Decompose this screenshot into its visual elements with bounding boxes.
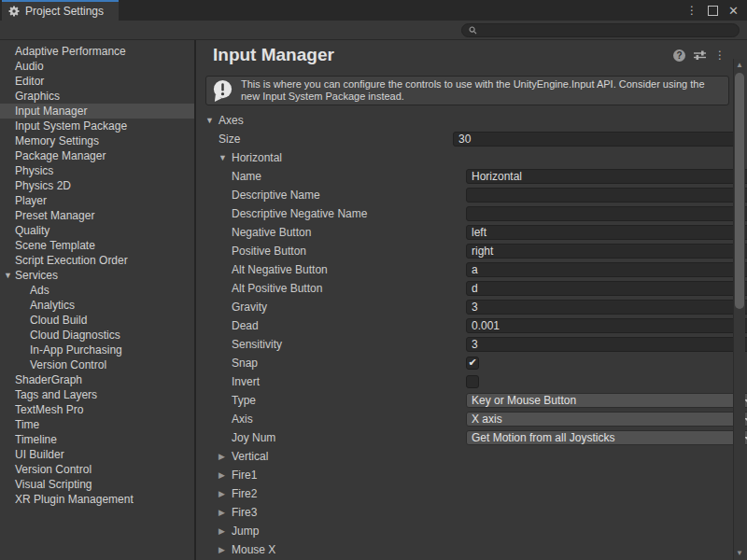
row-label: Descriptive Negative Name — [205, 207, 466, 220]
sidebar-item-package-manager[interactable]: Package Manager — [0, 148, 194, 163]
joy-num-dropdown[interactable]: Get Motion from all Joysticks — [466, 430, 747, 445]
info-bubble-icon — [212, 79, 233, 103]
search-box[interactable] — [461, 23, 740, 37]
sidebar-item-analytics[interactable]: Analytics — [0, 298, 194, 313]
sidebar-item-visual-scripting[interactable]: Visual Scripting — [0, 477, 194, 492]
field-label: Positive Button — [232, 245, 306, 258]
settings-row-vertical: ▶Vertical — [196, 447, 733, 466]
sensitivity-input[interactable] — [466, 337, 747, 352]
field-label[interactable]: Mouse X — [232, 543, 275, 556]
foldout-closed-icon[interactable]: ▶ — [218, 452, 232, 461]
sidebar-item-label: Analytics — [30, 299, 75, 312]
sidebar-item-services[interactable]: ▼Services — [0, 268, 194, 283]
sidebar-item-input-manager[interactable]: Input Manager — [0, 104, 194, 119]
field-label[interactable]: Fire3 — [232, 506, 257, 519]
descriptive-negative-name-input[interactable] — [466, 206, 747, 221]
sidebar-item-adaptive-performance[interactable]: Adaptive Performance — [0, 44, 194, 59]
sidebar-item-label: Ads — [30, 284, 49, 297]
sidebar-item-textmesh-pro[interactable]: TextMesh Pro — [0, 402, 194, 417]
sidebar-item-graphics[interactable]: Graphics — [0, 89, 194, 104]
sidebar-item-ui-builder[interactable]: UI Builder — [0, 447, 194, 462]
sidebar-item-preset-manager[interactable]: Preset Manager — [0, 208, 194, 223]
alt-positive-button-input[interactable] — [466, 281, 747, 296]
sidebar-item-cloud-build[interactable]: Cloud Build — [0, 313, 194, 328]
row-label: Axis — [205, 413, 466, 426]
field-label[interactable]: Vertical — [232, 450, 268, 463]
field-label[interactable]: Axes — [218, 114, 244, 127]
alt-negative-button-input[interactable] — [466, 262, 747, 277]
field-label[interactable]: Fire1 — [232, 469, 257, 482]
type-dropdown[interactable]: Key or Mouse Button — [466, 393, 747, 408]
project-settings-window: Project Settings ⋮ ✕ Adaptive Performanc… — [0, 0, 747, 560]
settings-sidebar: Adaptive PerformanceAudioEditorGraphicsI… — [0, 40, 196, 560]
sidebar-item-cloud-diagnostics[interactable]: Cloud Diagnostics — [0, 328, 194, 343]
sidebar-item-xr-plugin-management[interactable]: XR Plugin Management — [0, 492, 194, 507]
window-menu-icon[interactable]: ⋮ — [686, 5, 698, 16]
sidebar-item-label: Visual Scripting — [15, 478, 92, 491]
foldout-arrow-icon[interactable]: ▼ — [4, 271, 15, 280]
sidebar-item-timeline[interactable]: Timeline — [0, 432, 194, 447]
snap-checkbox[interactable]: ✔ — [466, 357, 479, 370]
field-label[interactable]: Fire2 — [232, 487, 257, 500]
foldout-closed-icon[interactable]: ▶ — [218, 545, 232, 554]
presets-icon[interactable] — [694, 49, 706, 61]
row-control — [466, 281, 747, 296]
checkmark-icon: ✔ — [468, 357, 476, 368]
positive-button-input[interactable] — [466, 244, 747, 259]
sidebar-item-time[interactable]: Time — [0, 417, 194, 432]
tab-project-settings[interactable]: Project Settings — [2, 0, 119, 21]
dead-input[interactable] — [466, 318, 747, 333]
size-input[interactable] — [453, 132, 745, 147]
sidebar-item-version-control[interactable]: Version Control — [0, 357, 194, 372]
row-label: Type — [205, 394, 466, 407]
sidebar-item-tags-and-layers[interactable]: Tags and Layers — [0, 387, 194, 402]
close-icon[interactable]: ✕ — [728, 5, 739, 17]
settings-row-joy-num: Joy NumGet Motion from all Joysticks — [196, 428, 733, 447]
settings-row-horizontal: ▼Horizontal — [196, 148, 733, 167]
scroll-up-icon[interactable]: ▲ — [734, 61, 745, 70]
search-input[interactable] — [481, 24, 732, 35]
scrollbar-thumb[interactable] — [735, 73, 744, 309]
field-label: Axis — [232, 413, 253, 426]
maximize-icon[interactable] — [708, 6, 718, 16]
scroll-down-icon[interactable]: ▼ — [734, 549, 745, 558]
sidebar-item-label: Adaptive Performance — [15, 45, 126, 58]
search-icon — [469, 26, 477, 35]
sidebar-item-in-app-purchasing[interactable]: In-App Purchasing — [0, 343, 194, 357]
invert-checkbox[interactable] — [466, 375, 479, 388]
help-icon[interactable]: ? — [673, 49, 685, 62]
sidebar-item-audio[interactable]: Audio — [0, 59, 194, 74]
sidebar-item-editor[interactable]: Editor — [0, 74, 194, 89]
axis-dropdown[interactable]: X axis — [466, 412, 747, 427]
sidebar-item-script-execution-order[interactable]: Script Execution Order — [0, 253, 194, 268]
row-control — [466, 337, 747, 352]
sidebar-item-memory-settings[interactable]: Memory Settings — [0, 133, 194, 148]
sidebar-item-physics[interactable]: Physics — [0, 163, 194, 178]
name-input[interactable] — [466, 169, 747, 184]
field-label[interactable]: Jump — [232, 525, 259, 538]
foldout-open-icon[interactable]: ▼ — [205, 116, 218, 125]
sidebar-item-label: TextMesh Pro — [15, 403, 83, 416]
sidebar-item-quality[interactable]: Quality — [0, 223, 194, 238]
sidebar-item-player[interactable]: Player — [0, 193, 194, 208]
sidebar-item-physics-2d[interactable]: Physics 2D — [0, 178, 194, 193]
foldout-closed-icon[interactable]: ▶ — [218, 526, 232, 536]
vertical-scrollbar[interactable]: ▲ ▼ — [733, 59, 745, 560]
sidebar-item-version-control[interactable]: Version Control — [0, 462, 194, 477]
field-label[interactable]: Horizontal — [232, 151, 282, 164]
foldout-open-icon[interactable]: ▼ — [218, 153, 232, 162]
row-label: Descriptive Name — [205, 189, 466, 202]
gravity-input[interactable] — [466, 300, 747, 315]
sidebar-item-input-system-package[interactable]: Input System Package — [0, 119, 194, 133]
foldout-closed-icon[interactable]: ▶ — [218, 489, 232, 498]
settings-row-type: TypeKey or Mouse Button — [196, 391, 733, 410]
sidebar-item-shadergraph[interactable]: ShaderGraph — [0, 372, 194, 387]
foldout-closed-icon[interactable]: ▶ — [218, 508, 232, 517]
sidebar-item-ads[interactable]: Ads — [0, 283, 194, 298]
descriptive-name-input[interactable] — [466, 188, 747, 203]
sidebar-item-scene-template[interactable]: Scene Template — [0, 238, 194, 253]
foldout-closed-icon[interactable]: ▶ — [218, 470, 232, 480]
negative-button-input[interactable] — [466, 225, 747, 240]
row-label: Size — [205, 133, 453, 146]
more-icon[interactable]: ⋮ — [714, 49, 726, 61]
